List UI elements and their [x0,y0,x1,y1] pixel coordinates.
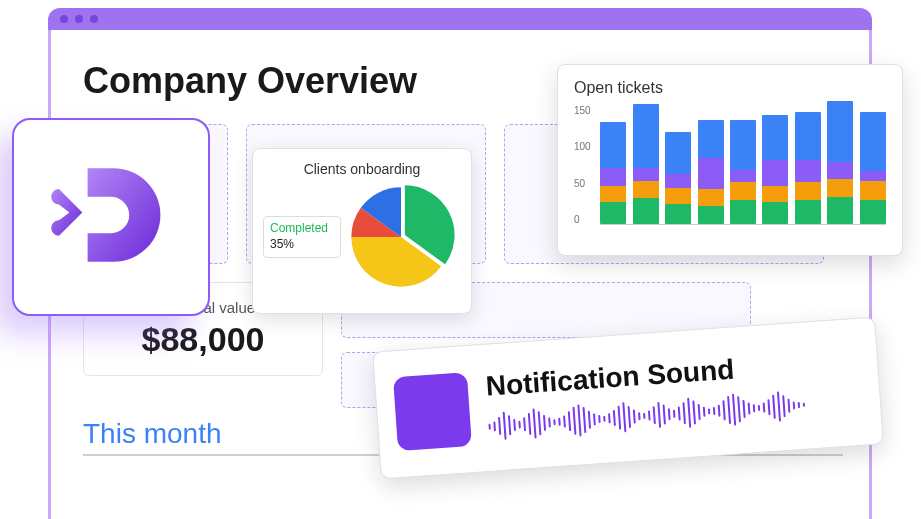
onboarding-pie-chart [347,183,455,291]
bar [698,120,724,224]
total-deal-value: $88,000 [96,320,310,359]
window-dot [90,15,98,23]
bar [860,112,886,224]
bar [730,120,756,224]
pie-callout: Completed 35% [263,216,341,257]
bar [600,122,626,224]
notification-sound-icon [393,372,472,451]
bar [795,112,821,224]
brand-logo-icon [46,150,176,284]
clients-onboarding-title: Clients onboarding [263,161,461,177]
window-dot [60,15,68,23]
pie-callout-value: 35% [270,237,334,253]
bar [762,115,788,224]
open-tickets-chart: 150100500 [574,105,886,245]
open-tickets-title: Open tickets [574,79,886,97]
window-dot [75,15,83,23]
clients-onboarding-card[interactable]: Clients onboarding Completed 35% [252,148,472,314]
pie-callout-label: Completed [270,221,334,237]
open-tickets-card[interactable]: Open tickets 150100500 [557,64,903,256]
bar [665,132,691,224]
bar [633,104,659,224]
window-titlebar [48,8,872,30]
brand-logo-card [12,118,210,316]
bar [827,101,853,224]
